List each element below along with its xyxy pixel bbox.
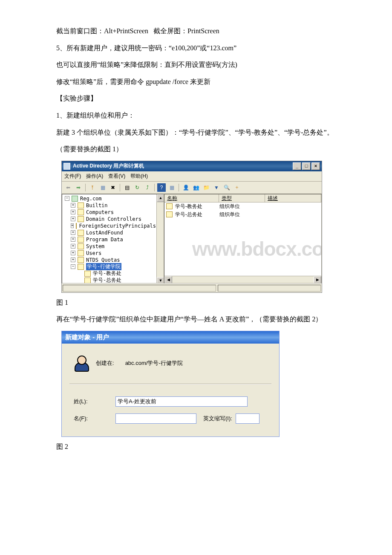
refresh-button[interactable]: ↻ bbox=[133, 183, 142, 192]
folder-icon bbox=[78, 230, 84, 236]
properties-button[interactable]: ▤ bbox=[122, 183, 132, 192]
tree-node[interactable]: ·学号-教务处 bbox=[63, 270, 156, 277]
app-icon bbox=[63, 163, 70, 170]
paragraph: 新建 3 个组织单位（隶属关系如下图）：“学号-行健学院”、“学号-教务处”、“… bbox=[43, 127, 349, 138]
column-type[interactable]: 类型 bbox=[219, 194, 265, 202]
watermark: www.bdocx.com bbox=[190, 237, 322, 260]
tree-node-selected[interactable]: −学号-行健学院 bbox=[63, 263, 156, 270]
vertical-scrollbar[interactable]: ▲ ▼ bbox=[156, 194, 164, 283]
firstname-input[interactable] bbox=[115, 413, 196, 424]
figure-caption: 图 1 bbox=[43, 297, 349, 308]
lastname-input[interactable] bbox=[115, 396, 248, 407]
menu-action[interactable]: 操作(A) bbox=[86, 173, 103, 180]
paragraph: （需要替换的截图 1） bbox=[43, 144, 349, 155]
paragraph: 也可以直接用“组策略”来降低限制：直到不用设置密码(方法) bbox=[43, 59, 349, 70]
domain-icon bbox=[72, 196, 78, 202]
tree-node[interactable]: ·学号-总务处 bbox=[63, 277, 156, 283]
back-button[interactable]: ⬅ bbox=[63, 183, 73, 192]
dialog-titlebar[interactable]: 新建对象 - 用户 bbox=[62, 331, 279, 344]
paragraph: 5、所有新建用户，建议用统一密码：“e100,200”或“123.com” bbox=[43, 43, 349, 54]
paragraph: 修改“组策略”后，需要用命令 gpupdate /force 来更新 bbox=[43, 76, 349, 87]
created-in-label: 创建在: bbox=[96, 359, 114, 367]
forward-button[interactable]: ➡ bbox=[74, 183, 83, 192]
screenshot-ad-users-computers: Active Directory 用户和计算机 _ □ × 文件(F) 操作(A… bbox=[61, 161, 322, 293]
user-icon bbox=[74, 356, 89, 371]
tree-node[interactable]: +Users bbox=[63, 250, 156, 257]
close-button[interactable]: × bbox=[311, 162, 320, 170]
tree-node-domain[interactable]: − Reg.com bbox=[63, 195, 156, 202]
help-button[interactable]: ? bbox=[157, 183, 166, 192]
ou-icon bbox=[84, 271, 91, 277]
horizontal-scrollbar[interactable]: ◀ ▶ bbox=[164, 276, 321, 283]
export-button[interactable]: ⤴ bbox=[143, 183, 152, 192]
show-hide-tree-button[interactable]: ▦ bbox=[98, 183, 107, 192]
up-button[interactable]: ⭱ bbox=[88, 183, 97, 192]
tree-node[interactable]: +Domain Controllers bbox=[63, 216, 156, 223]
window-title: Active Directory 用户和计算机 bbox=[73, 162, 293, 170]
toolbar-separator bbox=[179, 184, 179, 191]
paragraph: 再在“学号-行健学院”组织单位中新建用户“学号—姓名 A 更改前”，（需要替换的… bbox=[43, 314, 349, 325]
folder-icon bbox=[78, 209, 84, 215]
ou-icon bbox=[78, 264, 84, 270]
figure-caption: 图 2 bbox=[43, 441, 349, 452]
toolbar: ⬅ ➡ ⭱ ▦ ✖ ▤ ↻ ⤴ ? ▦ 👤 👥 📁 ▼ 🔍 ＋ bbox=[62, 182, 322, 194]
tree-node[interactable]: +Computers bbox=[63, 209, 156, 216]
paragraph: 【实验步骤】 bbox=[43, 93, 349, 104]
folder-icon bbox=[78, 257, 84, 263]
scroll-left-button[interactable]: ◀ bbox=[164, 276, 172, 283]
new-user-icon[interactable]: 👤 bbox=[181, 183, 190, 192]
find-icon[interactable]: 🔍 bbox=[222, 183, 231, 192]
lastname-label: 姓(L): bbox=[74, 398, 112, 405]
new-ou-icon[interactable]: 📁 bbox=[202, 183, 211, 192]
toolbar-separator bbox=[85, 184, 86, 191]
screenshot-new-user-dialog: 新建对象 - 用户 创建在: abc.com/学号-行健学院 姓(L): 名(F… bbox=[61, 331, 280, 437]
menu-view[interactable]: 查看(V) bbox=[108, 173, 125, 180]
ou-icon bbox=[166, 203, 173, 209]
scroll-right-button[interactable]: ▶ bbox=[314, 276, 321, 283]
dialog-title: 新建对象 - 用户 bbox=[65, 333, 109, 341]
column-description[interactable]: 描述 bbox=[265, 194, 321, 202]
menu-file[interactable]: 文件(F) bbox=[64, 173, 81, 180]
filter-icon[interactable]: ▼ bbox=[212, 183, 221, 192]
tree-node[interactable]: +Program Data bbox=[63, 236, 156, 243]
tree-node[interactable]: +NTDS Quotas bbox=[63, 257, 156, 263]
ou-icon bbox=[166, 211, 173, 217]
menu-bar[interactable]: 文件(F) 操作(A) 查看(V) 帮助(H) bbox=[62, 171, 322, 182]
tree-pane[interactable]: − Reg.com +Builtin +Computers +Domain Co… bbox=[62, 194, 164, 283]
tree-node[interactable]: +Builtin bbox=[63, 202, 156, 209]
delete-button[interactable]: ✖ bbox=[108, 183, 118, 192]
folder-icon bbox=[78, 243, 84, 249]
toolbar-separator bbox=[120, 184, 120, 191]
divider bbox=[69, 384, 271, 384]
paragraph: 截当前窗口图：Alt+PrintScreen 截全屏图：PrintScreen bbox=[43, 26, 349, 37]
window-titlebar[interactable]: Active Directory 用户和计算机 _ □ × bbox=[62, 161, 322, 171]
status-bar bbox=[62, 283, 322, 292]
list-item[interactable]: 学号-教务处 组织单位 bbox=[164, 202, 321, 211]
folder-icon bbox=[76, 223, 77, 229]
folder-icon bbox=[78, 202, 84, 208]
created-in-path: abc.com/学号-行健学院 bbox=[125, 359, 183, 367]
list-header[interactable]: 名称 类型 描述 bbox=[164, 194, 321, 202]
list-pane[interactable]: 名称 类型 描述 学号-教务处 组织单位 学号-总务处 组织单位 www.bdo… bbox=[164, 194, 322, 283]
initials-label: 英文缩写(I): bbox=[203, 415, 232, 422]
toolbar-separator bbox=[154, 184, 155, 191]
list-item[interactable]: 学号-总务处 组织单位 bbox=[164, 211, 321, 219]
icons-button[interactable]: ▦ bbox=[167, 183, 176, 192]
tree-node[interactable]: +ForeignSecurityPrincipals bbox=[63, 223, 156, 229]
folder-icon bbox=[78, 250, 84, 256]
scroll-up-button[interactable]: ▲ bbox=[157, 194, 164, 202]
firstname-label: 名(F): bbox=[74, 415, 112, 422]
ou-icon bbox=[84, 278, 91, 283]
tree-node[interactable]: +System bbox=[63, 243, 156, 250]
new-group-icon[interactable]: 👥 bbox=[191, 183, 201, 192]
add-icon[interactable]: ＋ bbox=[232, 183, 242, 192]
ou-icon bbox=[78, 216, 84, 222]
maximize-button[interactable]: □ bbox=[302, 162, 311, 170]
folder-icon bbox=[78, 237, 84, 243]
column-name[interactable]: 名称 bbox=[164, 194, 219, 202]
minimize-button[interactable]: _ bbox=[293, 162, 301, 170]
initials-input[interactable] bbox=[236, 413, 259, 424]
scroll-down-button[interactable]: ▼ bbox=[157, 277, 164, 283]
menu-help[interactable]: 帮助(H) bbox=[130, 173, 148, 180]
tree-node[interactable]: +LostAndFound bbox=[63, 229, 156, 236]
